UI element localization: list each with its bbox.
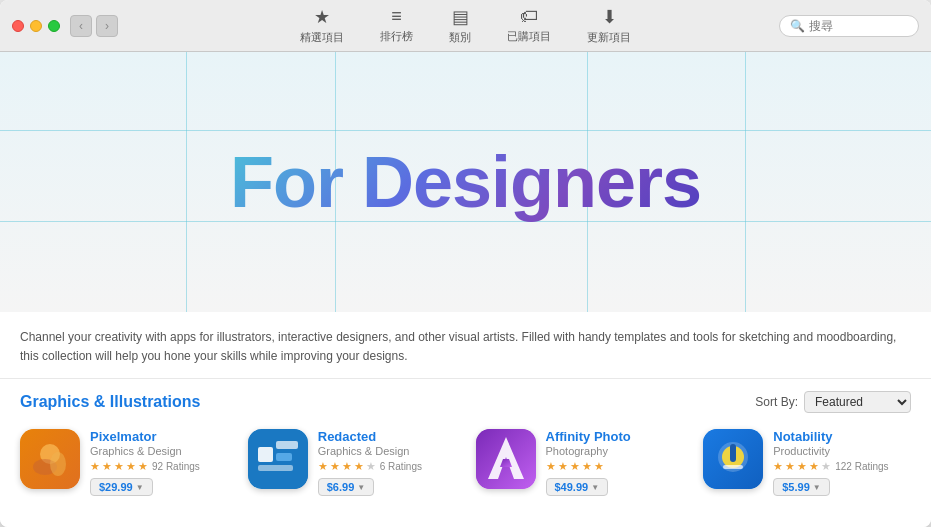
app-stars-notability: ★ ★ ★ ★ ★ 122 Ratings xyxy=(773,460,911,473)
app-info-redacted: Redacted Graphics & Design ★ ★ ★ ★ ★ 6 R… xyxy=(318,429,456,496)
app-icon-affinity xyxy=(476,429,536,489)
price-value-notability: $5.99 xyxy=(782,481,810,493)
svg-rect-5 xyxy=(258,447,273,462)
sort-select[interactable]: Featured Name Release Date Rating xyxy=(804,391,911,413)
ratings-count-redacted: 6 Ratings xyxy=(380,461,422,472)
star-5: ★ xyxy=(138,460,148,473)
star-3: ★ xyxy=(114,460,124,473)
featured-icon: ★ xyxy=(314,6,330,28)
star-1: ★ xyxy=(773,460,783,473)
svg-rect-7 xyxy=(276,453,292,461)
minimize-button[interactable] xyxy=(30,20,42,32)
app-grid: Pixelmator Graphics & Design ★ ★ ★ ★ ★ 9… xyxy=(0,421,931,524)
star-2: ★ xyxy=(785,460,795,473)
tab-ranking[interactable]: ≡ 排行榜 xyxy=(362,0,431,51)
app-card-pixelmator[interactable]: Pixelmator Graphics & Design ★ ★ ★ ★ ★ 9… xyxy=(10,421,238,504)
price-arrow-redacted: ▼ xyxy=(357,483,365,492)
sort-by: Sort By: Featured Name Release Date Rati… xyxy=(755,391,911,413)
app-name-affinity: Affinity Photo xyxy=(546,429,684,444)
main-content: For Designers Channel your creativity wi… xyxy=(0,52,931,527)
search-input[interactable] xyxy=(809,19,908,33)
hero-banner[interactable]: For Designers xyxy=(0,52,931,312)
nav-arrows: ‹ › xyxy=(70,15,118,37)
star-5: ★ xyxy=(366,460,376,473)
star-4: ★ xyxy=(809,460,819,473)
updates-icon: ⬇ xyxy=(602,6,617,28)
star-3: ★ xyxy=(342,460,352,473)
star-1: ★ xyxy=(546,460,556,473)
star-2: ★ xyxy=(330,460,340,473)
star-2: ★ xyxy=(102,460,112,473)
search-icon: 🔍 xyxy=(790,19,805,33)
app-card-affinity[interactable]: Affinity Photo Photography ★ ★ ★ ★ ★ $49… xyxy=(466,421,694,504)
app-window: ‹ › ★ 精選項目 ≡ 排行榜 ▤ 類別 🏷 已購項目 xyxy=(0,0,931,527)
star-5: ★ xyxy=(821,460,831,473)
price-value-affinity: $49.99 xyxy=(555,481,589,493)
app-price-affinity[interactable]: $49.99 ▼ xyxy=(546,478,609,496)
sort-label: Sort By: xyxy=(755,395,798,409)
purchased-icon: 🏷 xyxy=(520,6,538,27)
price-arrow-pixelmator: ▼ xyxy=(136,483,144,492)
app-price-pixelmator[interactable]: $29.99 ▼ xyxy=(90,478,153,496)
section-title: Graphics & Illustrations xyxy=(20,393,200,411)
ranking-icon: ≡ xyxy=(391,6,402,27)
hero-title: For Designers xyxy=(230,141,701,223)
tab-updates[interactable]: ⬇ 更新項目 xyxy=(569,0,649,51)
app-name-notability: Notability xyxy=(773,429,911,444)
price-arrow-affinity: ▼ xyxy=(591,483,599,492)
price-arrow-notability: ▼ xyxy=(813,483,821,492)
traffic-lights xyxy=(12,20,60,32)
app-card-redacted[interactable]: Redacted Graphics & Design ★ ★ ★ ★ ★ 6 R… xyxy=(238,421,466,504)
app-price-redacted[interactable]: $6.99 ▼ xyxy=(318,478,374,496)
svg-rect-6 xyxy=(276,441,298,449)
tab-purchased[interactable]: 🏷 已購項目 xyxy=(489,0,569,51)
app-category-affinity: Photography xyxy=(546,445,684,457)
app-info-affinity: Affinity Photo Photography ★ ★ ★ ★ ★ $49… xyxy=(546,429,684,496)
category-icon: ▤ xyxy=(452,6,469,28)
tab-featured[interactable]: ★ 精選項目 xyxy=(282,0,362,51)
app-icon-redacted xyxy=(248,429,308,489)
maximize-button[interactable] xyxy=(48,20,60,32)
app-info-notability: Notability Productivity ★ ★ ★ ★ ★ 122 Ra… xyxy=(773,429,911,496)
tab-purchased-label: 已購項目 xyxy=(507,29,551,44)
close-button[interactable] xyxy=(12,20,24,32)
app-icon-notability xyxy=(703,429,763,489)
svg-rect-16 xyxy=(723,465,743,469)
star-4: ★ xyxy=(582,460,592,473)
app-category-notability: Productivity xyxy=(773,445,911,457)
app-category-redacted: Graphics & Design xyxy=(318,445,456,457)
star-1: ★ xyxy=(90,460,100,473)
star-1: ★ xyxy=(318,460,328,473)
app-stars-pixelmator: ★ ★ ★ ★ ★ 92 Ratings xyxy=(90,460,228,473)
app-stars-redacted: ★ ★ ★ ★ ★ 6 Ratings xyxy=(318,460,456,473)
app-icon-pixelmator xyxy=(20,429,80,489)
price-value-redacted: $6.99 xyxy=(327,481,355,493)
star-5: ★ xyxy=(594,460,604,473)
nav-tabs: ★ 精選項目 ≡ 排行榜 ▤ 類別 🏷 已購項目 ⬇ 更新項目 xyxy=(282,0,649,51)
tab-category[interactable]: ▤ 類別 xyxy=(431,0,489,51)
tab-ranking-label: 排行榜 xyxy=(380,29,413,44)
titlebar: ‹ › ★ 精選項目 ≡ 排行榜 ▤ 類別 🏷 已購項目 xyxy=(0,0,931,52)
star-3: ★ xyxy=(797,460,807,473)
back-icon: ‹ xyxy=(79,19,83,33)
tab-updates-label: 更新項目 xyxy=(587,30,631,45)
svg-point-3 xyxy=(50,452,66,476)
star-4: ★ xyxy=(354,460,364,473)
tab-category-label: 類別 xyxy=(449,30,471,45)
section-header: Graphics & Illustrations Sort By: Featur… xyxy=(0,379,931,421)
app-stars-affinity: ★ ★ ★ ★ ★ xyxy=(546,460,684,473)
star-3: ★ xyxy=(570,460,580,473)
app-name-redacted: Redacted xyxy=(318,429,456,444)
svg-rect-15 xyxy=(730,444,736,462)
forward-button[interactable]: › xyxy=(96,15,118,37)
app-price-notability[interactable]: $5.99 ▼ xyxy=(773,478,829,496)
hero-description: Channel your creativity with apps for il… xyxy=(0,312,931,379)
tab-featured-label: 精選項目 xyxy=(300,30,344,45)
star-4: ★ xyxy=(126,460,136,473)
app-card-notability[interactable]: Notability Productivity ★ ★ ★ ★ ★ 122 Ra… xyxy=(693,421,921,504)
search-box[interactable]: 🔍 xyxy=(779,15,919,37)
ratings-count-notability: 122 Ratings xyxy=(835,461,888,472)
app-category-pixelmator: Graphics & Design xyxy=(90,445,228,457)
back-button[interactable]: ‹ xyxy=(70,15,92,37)
app-name-pixelmator: Pixelmator xyxy=(90,429,228,444)
